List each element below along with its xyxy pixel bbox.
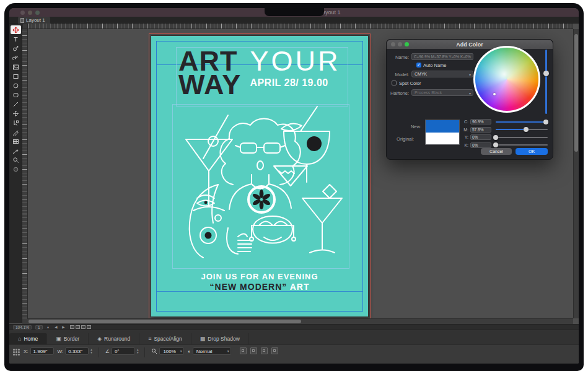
horizontal-scrollbar-thumb[interactable] (29, 320, 301, 323)
color-wheel-marker[interactable] (493, 93, 496, 95)
tool-linking[interactable] (11, 53, 21, 62)
tool-pan[interactable] (11, 109, 21, 118)
zoom-dropdown[interactable]: 100% (159, 347, 183, 355)
black-slider-row: K:0% (463, 142, 548, 148)
view-zoom-field[interactable]: 104.1% (13, 325, 32, 330)
w-stepper[interactable]: ▴▾ (90, 348, 92, 354)
black-slider[interactable] (496, 144, 548, 146)
magenta-slider[interactable] (496, 129, 548, 130)
w-field[interactable]: 0.333" (65, 347, 89, 355)
dialog-titlebar[interactable]: Add Color (387, 40, 553, 49)
spot-color-label: Spot Color (399, 81, 421, 86)
tool-palette (9, 24, 22, 323)
ok-button[interactable]: OK (516, 148, 548, 155)
name-label: Name: (388, 55, 409, 60)
blend-mode-dropdown[interactable]: Normal (193, 347, 231, 355)
cmyk-sliders: C:96.9% M:57.8% Y:0% K:0% (463, 119, 548, 148)
tool-table[interactable] (11, 137, 21, 146)
close-window-button[interactable] (20, 11, 25, 15)
measurement-fields: X:1.909" W:0.333"▴▾ ∠0°▴▾ 100% ◐Normal (9, 344, 579, 364)
tool-bezier-pen[interactable] (11, 128, 21, 136)
brightness-slider-thumb[interactable] (543, 71, 549, 76)
tool-picture-content[interactable] (11, 63, 21, 71)
dialog-minimize-button[interactable] (398, 42, 402, 46)
yellow-field[interactable]: 0% (470, 134, 491, 140)
layers-icon[interactable] (271, 347, 278, 354)
document-tab[interactable]: Layout 1 (18, 17, 50, 24)
page-number-field[interactable]: 1 (35, 325, 43, 330)
dialog-title: Add Color (456, 41, 483, 48)
dialog-traffic-lights[interactable] (391, 42, 409, 46)
duplicate-icon[interactable] (250, 347, 257, 354)
view-mode-icons[interactable] (70, 325, 91, 329)
halftone-dropdown[interactable]: Process Black (411, 89, 473, 96)
yellow-slider[interactable] (496, 137, 548, 138)
tool-grab[interactable] (11, 165, 21, 173)
runaround-icon: ◈ (97, 336, 102, 342)
tool-eyedropper[interactable] (11, 146, 21, 155)
poster-footer-line2: “NEW MODERN” ART (151, 282, 368, 292)
angle-stepper[interactable]: ▴▾ (137, 348, 139, 354)
poster-title-your: YOUR (250, 50, 340, 73)
camera-notch (265, 8, 324, 16)
minimize-window-button[interactable] (28, 11, 32, 15)
poster-title-way: WAY (178, 73, 241, 97)
tool-point-select[interactable] (11, 118, 21, 127)
tab-runaround[interactable]: ◈Runaround (89, 333, 139, 344)
reference-point-grid-icon[interactable] (13, 349, 20, 356)
poster-footer: JOIN US FOR AN EVENING “NEW MODERN” ART (151, 272, 368, 292)
tool-text-linking[interactable] (11, 44, 21, 53)
cancel-button[interactable]: Cancel (481, 148, 512, 155)
poster-footer-line1: JOIN US FOR AN EVENING (151, 272, 368, 281)
model-dropdown[interactable]: CMYK (411, 71, 473, 77)
document-tab-label: Layout 1 (26, 17, 45, 23)
magenta-field[interactable]: 57.8% (470, 127, 491, 133)
vertical-scrollbar-thumb[interactable] (574, 34, 578, 152)
x-label: X: (24, 349, 29, 354)
zoom-window-button[interactable] (35, 11, 40, 15)
status-bar: 104.1% 1 ▲ ◀ ▶ (9, 324, 579, 330)
tool-zoom[interactable] (11, 155, 21, 164)
tab-drop-shadow[interactable]: ▩Drop Shadow (191, 333, 249, 344)
document-icon (20, 18, 24, 23)
cyan-field[interactable]: 96.9% (470, 119, 491, 124)
vertical-ruler (22, 29, 28, 318)
tool-text-content[interactable] (11, 35, 21, 43)
tool-starburst-box[interactable] (11, 90, 21, 99)
poster-illustration (173, 105, 348, 268)
home-icon: ⌂ (18, 336, 21, 342)
poster-date: APRIL 28/ 19.00 (250, 77, 340, 89)
laptop-bezel: Layout 1 Layout 1 (4, 3, 584, 371)
tool-rectangle-box[interactable] (11, 72, 21, 81)
frame-icon[interactable] (240, 347, 247, 354)
magnifier-icon (151, 348, 157, 354)
color-wheel[interactable] (473, 46, 540, 113)
tab-space-align[interactable]: ≡Space/Align (139, 333, 191, 344)
poster-page[interactable]: ART WAY YOUR APRIL 28/ 19.00 (151, 35, 369, 317)
tab-home[interactable]: ⌂Home (9, 333, 47, 344)
measurement-tabs: ⌂Home ▣Border ◈Runaround ≡Space/Align ▩D… (9, 330, 579, 344)
group-icon[interactable] (261, 347, 268, 354)
black-field[interactable]: 0% (470, 142, 491, 148)
page-nav-next-icon[interactable]: ▶ (62, 325, 66, 329)
vertical-scrollbar[interactable] (573, 29, 579, 318)
dialog-close-button[interactable] (391, 42, 395, 46)
x-field[interactable]: 1.909" (30, 347, 54, 355)
poster-title-block: ART WAY YOUR APRIL 28/ 19.00 (178, 50, 340, 97)
cyan-slider[interactable] (496, 121, 548, 123)
angle-field[interactable]: 0° (112, 347, 135, 355)
tool-line[interactable] (11, 100, 21, 108)
tool-oval-box[interactable] (11, 81, 21, 90)
dialog-zoom-button[interactable] (405, 42, 409, 46)
spot-color-checkbox[interactable] (392, 81, 397, 85)
horizontal-scrollbar[interactable] (22, 318, 573, 324)
brightness-slider[interactable] (545, 50, 547, 114)
tab-border[interactable]: ▣Border (47, 333, 89, 344)
auto-name-checkbox[interactable]: ✓ (416, 63, 421, 68)
page-nav-up-icon[interactable]: ▲ (46, 325, 51, 329)
yellow-slider-row: Y:0% (463, 134, 548, 140)
page-nav-prev-icon[interactable]: ◀ (55, 325, 58, 329)
ruler-origin-box[interactable] (22, 24, 28, 29)
tool-item[interactable] (11, 25, 21, 34)
name-field[interactable]: C=96.9% M=57.8% Y=0% K=0% (411, 53, 473, 60)
